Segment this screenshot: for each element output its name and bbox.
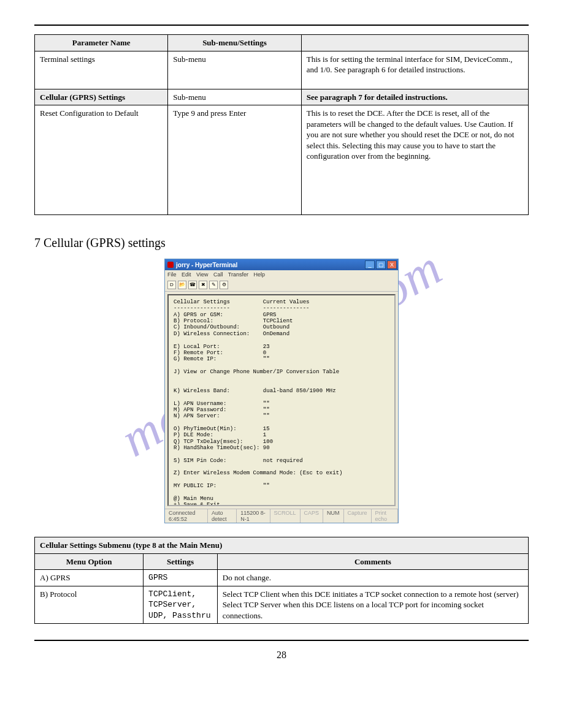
t1-r3c3: This is to reset the DCE. After the DCE … — [301, 105, 528, 215]
rule-top — [34, 25, 529, 26]
parameters-table: Parameter Name Sub-menu/Settings Termina… — [34, 34, 529, 215]
status-print: Print echo — [372, 509, 398, 523]
table-row: A) GPRS GPRS Do not change. — [35, 570, 529, 586]
t2-r1c2: GPRS — [144, 570, 218, 586]
menu-edit[interactable]: Edit — [182, 271, 191, 278]
t2-r2c2: TCPClient, TCPServer, UDP, Passthru — [144, 586, 218, 624]
table-row: Reset Configuration to Default Type 9 an… — [35, 105, 529, 215]
rule-bottom — [34, 640, 529, 641]
table-row: Terminal settings Sub-menu This is for s… — [35, 51, 529, 89]
window-buttons: _ ▢ X — [365, 260, 398, 269]
table-row: Cellular (GPRS) Settings Sub-menu See pa… — [35, 89, 529, 105]
menu-transfer[interactable]: Transfer — [228, 271, 248, 278]
status-connected: Connected 6:45:52 — [165, 509, 208, 523]
menu-view[interactable]: View — [196, 271, 208, 278]
t2-h3: Comments — [217, 553, 528, 570]
status-bar: Connected 6:45:52 Auto detect 115200 8-N… — [165, 509, 398, 523]
t2-r1c1: A) GPRS — [35, 570, 144, 586]
t1-r2c3: See paragraph 7 for detailed instruction… — [301, 89, 528, 105]
section-heading: 7 Cellular (GPRS) settings — [34, 236, 529, 250]
minimize-button[interactable]: _ — [365, 260, 375, 269]
menu-help[interactable]: Help — [254, 271, 266, 278]
t1-h2: Sub-menu/Settings — [168, 35, 301, 51]
status-caps: CAPS — [301, 509, 324, 523]
menu-call[interactable]: Call — [213, 271, 223, 278]
disconnect-icon[interactable]: ✖ — [199, 281, 207, 289]
app-icon — [167, 262, 174, 268]
status-autodetect: Auto detect — [208, 509, 237, 523]
hyperterminal-window: jorry - HyperTerminal _ ▢ X File Edit Vi… — [164, 259, 399, 523]
terminal-body[interactable]: Cellular Settings Current Values -------… — [167, 294, 396, 506]
window-titlebar: jorry - HyperTerminal _ ▢ X — [165, 259, 398, 270]
t1-h1: Parameter Name — [35, 35, 168, 51]
window-title: jorry - HyperTerminal — [176, 262, 237, 268]
t1-r2c1: Cellular (GPRS) Settings — [35, 89, 168, 105]
close-button[interactable]: X — [387, 260, 397, 269]
t1-r3c1: Reset Configuration to Default — [35, 105, 168, 215]
status-scroll: SCROLL — [270, 509, 301, 523]
table-row: B) Protocol TCPClient, TCPServer, UDP, P… — [35, 586, 529, 624]
connect-icon[interactable]: ☎ — [188, 281, 197, 289]
open-icon[interactable]: 📂 — [178, 281, 186, 289]
t1-r1c1: Terminal settings — [35, 51, 168, 89]
status-capture: Capture — [344, 509, 372, 523]
t1-r2c2: Sub-menu — [168, 89, 301, 105]
t2-h2: Settings — [144, 553, 218, 570]
t2-r2c3: Select TCP Client when this DCE initiate… — [217, 586, 528, 624]
send-icon[interactable]: ✎ — [209, 281, 218, 289]
menu-bar: File Edit View Call Transfer Help — [165, 270, 398, 279]
t1-r1c3: This is for setting the terminal interfa… — [301, 51, 528, 89]
status-num: NUM — [323, 509, 344, 523]
maximize-button[interactable]: ▢ — [376, 260, 386, 269]
properties-icon[interactable]: ⚙ — [220, 281, 228, 289]
new-icon[interactable]: D — [167, 281, 176, 289]
t2-r2c1: B) Protocol — [35, 586, 144, 624]
cellular-settings-table: Cellular Settings Submenu (type 8 at the… — [34, 537, 529, 624]
menu-file[interactable]: File — [167, 271, 177, 278]
t2-r1c3: Do not change. — [217, 570, 528, 586]
terminal-text: Cellular Settings Current Values -------… — [174, 299, 389, 506]
t1-r1c2: Sub-menu — [168, 51, 301, 89]
toolbar: D 📂 ☎ ✖ ✎ ⚙ — [165, 279, 398, 292]
t1-h3 — [301, 35, 528, 51]
t2-header-span: Cellular Settings Submenu (type 8 at the… — [35, 537, 529, 554]
page-number: 28 — [34, 650, 529, 661]
t2-h1: Menu Option — [35, 553, 144, 570]
status-baud: 115200 8-N-1 — [237, 509, 270, 523]
t1-r3c2: Type 9 and press Enter — [168, 105, 301, 215]
